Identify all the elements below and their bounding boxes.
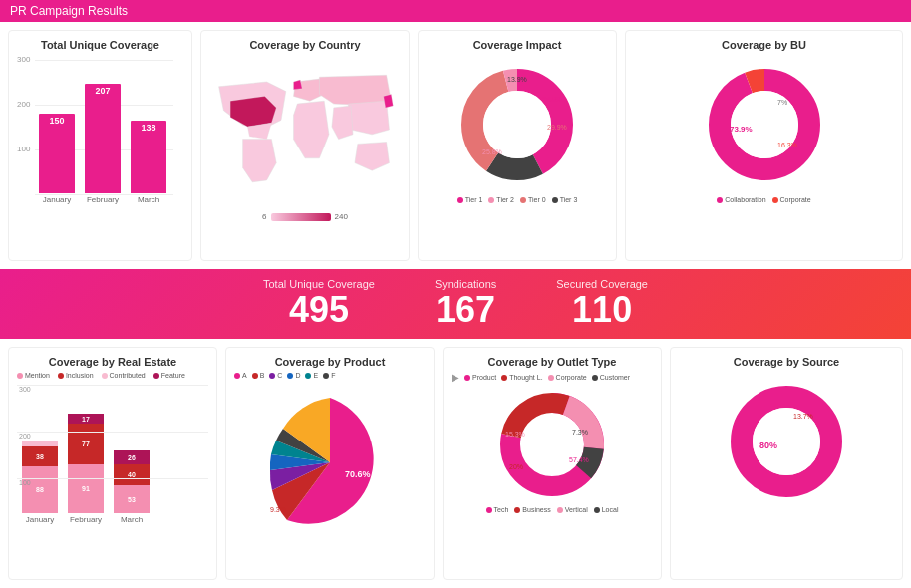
legend-contributed-label: Contributed [110,372,146,379]
svg-text:70.6%: 70.6% [345,469,371,479]
outlet-donut-container: 7.3% 57.4% 20% 15.3% [452,385,653,504]
svg-text:34.6%: 34.6% [542,96,563,103]
outlet-bottom-legend: Tech Business Vertical Local [452,506,653,513]
outlet-dot-customer [592,375,598,381]
legend-feature: Feature [153,372,185,379]
total-coverage-stat-label: Total Unique Coverage [263,278,375,290]
bar-january-value: 150 [49,116,64,126]
re-feb-mention: 91 [68,464,104,513]
impact-title: Coverage Impact [427,39,608,51]
legend-tier2: Tier 2 [488,196,514,203]
map-gradient [271,213,331,221]
legend-mention: Mention [17,372,50,379]
outlet-dot-product [464,375,470,381]
outlet-donut: 7.3% 57.4% 20% 15.3% [487,385,617,504]
legend-tier0: Tier 0 [520,196,546,203]
impact-panel: Coverage Impact 34.6% 29.9% 25.8% 13.9% [418,30,617,261]
legend-feature-label: Feature [161,372,185,379]
legend-tier0-label: Tier 0 [528,196,546,203]
syndications-stat: Syndications 167 [435,278,496,330]
svg-text:7.3%: 7.3% [572,429,588,436]
outlet-business-dot [514,507,520,513]
prod-dot-2 [252,373,258,379]
re-bar-february: 91 77 17 February [68,414,104,524]
svg-text:20%: 20% [509,463,523,470]
legend-inclusion: Inclusion [58,372,94,379]
legend-mention-label: Mention [25,372,50,379]
total-coverage-panel: Total Unique Coverage 300 200 100 150 Ja… [8,30,192,261]
legend-collab-dot [717,197,723,203]
bar-february-label: February [87,195,119,204]
total-coverage-title: Total Unique Coverage [17,39,183,51]
re-bar-february-stack: 91 77 17 [68,414,104,513]
product-pie-container: 70.6% 9.3% [234,383,426,537]
product-title: Coverage by Product [234,356,426,368]
bar-march: 138 March [131,121,166,204]
secured-label: Secured Coverage [556,278,648,290]
total-coverage-stat: Total Unique Coverage 495 [263,278,375,330]
svg-text:57.4%: 57.4% [569,456,589,463]
outlet-vertical-dot [557,507,563,513]
product-pie: 70.6% 9.3% [250,383,410,537]
bar-january-label: January [43,195,71,204]
re-jan-label: January [26,515,54,524]
legend-tier3: Tier 3 [552,196,578,203]
legend-feature-dot [153,373,159,379]
svg-text:13.7%: 13.7% [793,413,813,420]
outlet-tech-dot [486,507,492,513]
prod-dot-3 [269,373,275,379]
bu-legend: Collaboration Corporate [634,196,894,203]
real-estate-panel: Coverage by Real Estate Mention Inclusio… [8,347,217,580]
legend-contributed-dot [102,373,108,379]
prod-dot-6 [323,373,329,379]
svg-text:25.8%: 25.8% [482,148,502,155]
bar-february-rect: 207 [85,84,121,193]
prod-dot-1 [234,373,240,379]
legend-tier1: Tier 1 [457,196,483,203]
bar-february-value: 207 [95,86,110,96]
bu-title: Coverage by BU [634,39,894,51]
legend-tier2-label: Tier 2 [496,196,514,203]
svg-text:80%: 80% [759,441,777,450]
map-legend-min: 6 [262,212,266,221]
svg-text:13.9%: 13.9% [507,76,527,83]
syndications-value: 167 [435,290,496,330]
legend-tier0-dot [520,197,526,203]
outlet-local-dot [594,507,600,513]
svg-text:15.3%: 15.3% [505,431,525,438]
bar-march-value: 138 [141,123,155,133]
svg-text:7%: 7% [777,99,787,106]
product-legend: A B C D E F [234,372,426,379]
svg-text:29.9%: 29.9% [547,124,567,131]
top-section: Total Unique Coverage 300 200 100 150 Ja… [0,22,911,269]
header-bar: PR Campaign Results [0,0,911,22]
impact-legend: Tier 1 Tier 2 Tier 0 Tier 3 [427,196,608,203]
bottom-section: Coverage by Real Estate Mention Inclusio… [0,339,911,588]
prod-dot-4 [287,373,293,379]
source-title: Coverage by Source [679,356,894,368]
legend-tier3-label: Tier 3 [560,196,578,203]
outlet-title: Coverage by Outlet Type [452,356,653,368]
outlet-legend: ▶ Product Thought L. Corporate Customer [452,372,653,383]
source-donut-container: 80% 13.7% [679,372,894,511]
re-feb-label: February [70,515,102,524]
syndications-label: Syndications [435,278,496,290]
bu-panel: Coverage by BU 73.9% 7% 16.3% Collaborat… [625,30,903,261]
middle-banner: Total Unique Coverage 495 Syndications 1… [0,269,911,339]
legend-tier3-dot [552,197,558,203]
impact-donut-container: 34.6% 29.9% 25.8% 13.9% [427,55,608,194]
bar-january: 150 January [39,114,75,204]
legend-collaboration: Collaboration [717,196,765,203]
re-mar-label: March [121,515,143,524]
impact-donut: 34.6% 29.9% 25.8% 13.9% [453,60,582,189]
legend-inclusion-dot [58,373,64,379]
legend-corporate: Corporate [772,196,811,203]
re-feb-inclusion: 77 [68,424,104,464]
re-jan-mention: 88 [22,466,58,513]
world-map [209,55,401,204]
re-jan-inclusion: 38 [22,446,58,466]
real-estate-title: Coverage by Real Estate [17,356,208,368]
legend-contributed: Contributed [102,372,146,379]
legend-mention-dot [17,373,23,379]
svg-point-23 [521,414,583,475]
